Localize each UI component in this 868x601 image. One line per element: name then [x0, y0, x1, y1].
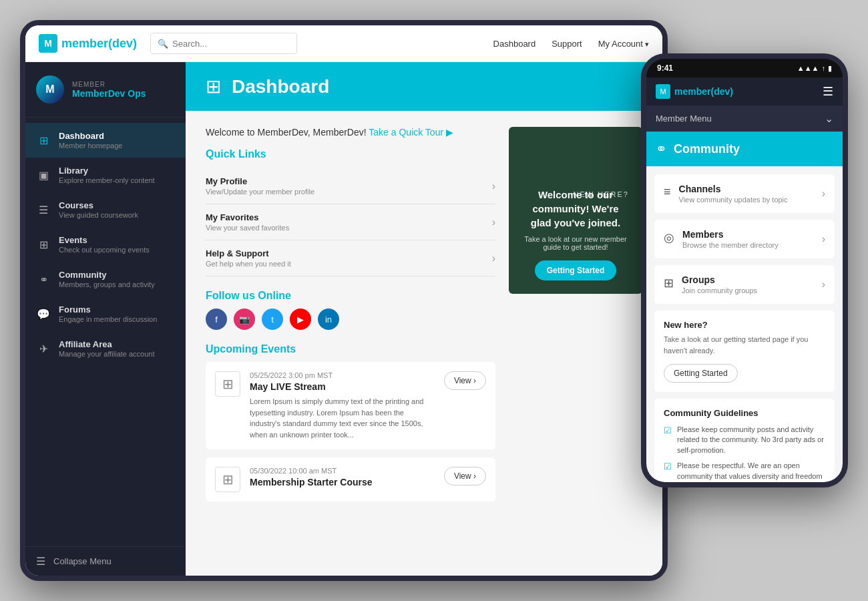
logo: M member(dev) [39, 34, 137, 53]
sidebar-item-dashboard[interactable]: ⊞ Dashboard Member homepage [25, 123, 186, 158]
phone-screen: M member(dev) ☰ Member Menu ⌄ ⚭ Communit… [646, 77, 843, 482]
signal-icon: ▲▲▲ [797, 64, 819, 72]
calendar-icon-2: ⊞ [215, 467, 240, 492]
logo-icon: M [39, 34, 57, 53]
event-1-date: 05/25/2022 3:00 pm MST [250, 371, 435, 379]
phone-logo-icon: M [656, 84, 670, 99]
phone-community-header: ⚭ Community [646, 132, 843, 166]
sidebar-events-title: Events [59, 235, 150, 245]
welcome-bar: Welcome to MemberDev, MemberDev! Take a … [206, 127, 495, 138]
social-icons: f 📷 t ▶ in [206, 309, 495, 330]
sidebar-collapse-btn[interactable]: ☰ Collapse Menu [25, 546, 186, 576]
search-bar[interactable]: 🔍 [150, 33, 297, 54]
courses-icon: ☰ [36, 202, 51, 217]
sidebar-affiliate-sub: Manage your affiliate account [59, 350, 155, 358]
sidebar-affiliate-title: Affiliate Area [59, 339, 155, 349]
phone-content: ≡ Channels View community updates by top… [646, 166, 843, 482]
channels-arrow-icon: › [822, 188, 825, 200]
event-2-view-btn[interactable]: View › [444, 467, 486, 485]
welcome-text: Welcome to MemberDev, MemberDev! [206, 127, 367, 138]
new-here-title: New here? [664, 320, 825, 330]
phone-section-members[interactable]: ◎ Members Browse the member directory › [654, 220, 835, 258]
quick-link-profile[interactable]: My Profile View/Update your member profi… [206, 168, 495, 204]
sidebar-dashboard-title: Dashboard [59, 131, 122, 141]
nav-dashboard[interactable]: Dashboard [493, 39, 536, 49]
phone-status-icons: ▲▲▲ ↑ ▮ [797, 64, 832, 73]
channels-icon: ≡ [664, 185, 671, 199]
quick-link-favorites-sub: View your saved favorites [206, 224, 289, 232]
event-1-desc: Lorem Ipsum is simply dummy text of the … [250, 396, 435, 440]
guideline-text-2: Please be respectful. We are an open com… [677, 461, 825, 482]
follow-title: Follow us Online [206, 290, 495, 302]
phone-community-title: Community [674, 142, 740, 156]
logo-text: member(dev) [61, 37, 137, 51]
sidebar-forums-title: Forums [59, 305, 157, 315]
content-body: Welcome to MemberDev, MemberDev! Take a … [186, 111, 662, 526]
event-2-name: Membership Starter Course [250, 477, 435, 487]
phone-device: 9:41 ▲▲▲ ↑ ▮ M member(dev) ☰ Member Menu… [641, 53, 848, 487]
chevron-right-icon-2: › [492, 216, 495, 228]
search-input[interactable] [172, 39, 290, 49]
sidebar-item-forums[interactable]: 💬 Forums Engage in member discussion [25, 296, 186, 331]
phone-section-groups[interactable]: ⊞ Groups Join community groups › [654, 265, 835, 304]
facebook-icon[interactable]: f [206, 309, 227, 330]
getting-started-button[interactable]: Getting Started [535, 260, 617, 280]
instagram-icon[interactable]: 📷 [234, 309, 255, 330]
chevron-right-icon-3: › [492, 252, 495, 264]
quick-link-profile-sub: View/Update your member profile [206, 188, 314, 196]
quick-link-favorites[interactable]: My Favorites View your saved favorites › [206, 204, 495, 240]
nav-my-account[interactable]: My Account [598, 39, 649, 49]
sidebar-item-events[interactable]: ⊞ Events Check out upcoming events [25, 227, 186, 262]
check-icon-1: ☑ [664, 425, 672, 435]
nav-links: Dashboard Support My Account [493, 39, 649, 49]
sidebar-nav: ⊞ Dashboard Member homepage ▣ Library Ex… [25, 118, 186, 546]
members-icon: ◎ [664, 230, 674, 245]
promo-sub: Take a look at our new member guide to g… [522, 235, 629, 251]
dashboard-header-icon: ⊞ [206, 75, 221, 97]
phone-time: 9:41 [657, 63, 673, 73]
sidebar-item-community[interactable]: ⚭ Community Members, groups and activity [25, 262, 186, 296]
collapse-icon: ☰ [36, 555, 45, 568]
guideline-text-1: Please keep community posts and activity… [677, 425, 825, 455]
twitter-icon[interactable]: t [262, 309, 283, 330]
search-icon: 🔍 [158, 39, 168, 49]
quick-link-favorites-title: My Favorites [206, 212, 289, 222]
phone-section-channels[interactable]: ≡ Channels View community updates by top… [654, 174, 835, 213]
main-layout: M MEMBER MemberDev Ops ⊞ Dashboard Membe… [25, 62, 662, 576]
sidebar: M MEMBER MemberDev Ops ⊞ Dashboard Membe… [25, 62, 186, 576]
forums-icon: 💬 [36, 307, 51, 321]
battery-icon: ▮ [828, 64, 832, 73]
sidebar-dashboard-sub: Member homepage [59, 142, 122, 150]
sidebar-community-sub: Members, groups and activity [59, 280, 155, 288]
groups-arrow-icon: › [822, 278, 825, 290]
sidebar-item-library[interactable]: ▣ Library Explore member-only content [25, 158, 186, 192]
sidebar-item-affiliate[interactable]: ✈ Affiliate Area Manage your affiliate a… [25, 331, 186, 366]
hamburger-icon[interactable]: ☰ [823, 84, 833, 99]
phone-new-here: New here? Take a look at our getting sta… [654, 311, 835, 392]
member-menu-text: Member Menu [656, 114, 712, 124]
quick-tour-link[interactable]: Take a Quick Tour [369, 127, 443, 138]
sidebar-item-courses[interactable]: ☰ Courses View guided coursework [25, 192, 186, 227]
members-arrow-icon: › [822, 233, 825, 245]
check-icon-2: ☑ [664, 461, 672, 471]
new-here-text: Take a look at our getting started page … [664, 334, 825, 356]
user-label: MEMBER [72, 81, 146, 88]
quick-links-title: Quick Links [206, 148, 495, 160]
nav-support[interactable]: Support [552, 39, 582, 49]
chevron-down-icon: ⌄ [825, 112, 833, 125]
youtube-icon[interactable]: ▶ [290, 309, 311, 330]
event-1-view-btn[interactable]: View › [444, 371, 486, 390]
quick-link-support[interactable]: Help & Support Get help when you need it… [206, 240, 495, 276]
phone-getting-started-btn[interactable]: Getting Started [664, 364, 738, 383]
phone-logo: M member(dev) [656, 84, 733, 99]
sidebar-library-title: Library [59, 166, 155, 176]
phone-member-menu[interactable]: Member Menu ⌄ [646, 106, 843, 132]
guidelines-title: Community Guidelines [664, 408, 825, 418]
channels-sub: View community updates by topic [679, 196, 788, 204]
tablet-device: M member(dev) 🔍 Dashboard Support My Acc… [20, 20, 668, 581]
content-left: Welcome to MemberDev, MemberDev! Take a … [206, 127, 495, 510]
linkedin-icon[interactable]: in [318, 309, 339, 330]
page-header: ⊞ Dashboard [186, 62, 662, 111]
promo-title: Welcome to our community! We're glad you… [522, 188, 629, 230]
quick-link-profile-title: My Profile [206, 176, 314, 186]
